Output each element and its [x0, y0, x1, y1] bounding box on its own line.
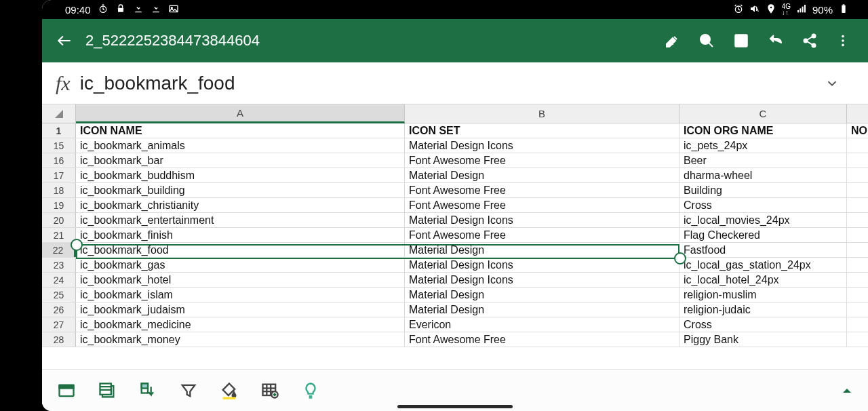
table-row[interactable]: 25ic_bookmark_islamMaterial Designreligi…	[42, 288, 868, 302]
cell[interactable]: Fastfood	[679, 243, 847, 257]
cell[interactable]: ic_bookmark_finish	[76, 228, 405, 242]
cell[interactable]: Font Awesome Free	[405, 332, 679, 347]
row-num[interactable]: 24	[42, 273, 76, 287]
cell[interactable]: Material Design	[405, 168, 679, 182]
table-row[interactable]: 24ic_bookmark_hotelMaterial Design Icons…	[42, 273, 868, 288]
header-cell[interactable]: ICON NAME	[76, 123, 405, 138]
cell[interactable]: ic_bookmark_building	[76, 183, 405, 197]
cell[interactable]: dharma-wheel	[679, 168, 847, 182]
cell[interactable]: ic_bookmark_money	[76, 332, 405, 347]
cell[interactable]: ic_local_hotel_24px	[679, 273, 847, 287]
card-view-button[interactable]	[98, 381, 117, 400]
cell[interactable]: Material Design Icons	[405, 213, 679, 227]
expand-formula-button[interactable]	[825, 76, 860, 91]
row-num[interactable]: 1	[42, 123, 76, 138]
cell[interactable]	[847, 198, 868, 212]
table-row[interactable]: 17ic_bookmark_buddhismMaterial Designdha…	[42, 168, 868, 183]
fill-color-button[interactable]	[220, 381, 239, 400]
row-num[interactable]: 27	[42, 317, 76, 332]
cell[interactable]: Material Design	[405, 302, 679, 317]
cell[interactable]: ic_bookmark_judaism	[76, 302, 405, 317]
fx-label[interactable]: fx	[50, 72, 80, 95]
cell[interactable]: Material Design Icons	[405, 138, 679, 153]
cell[interactable]: ic_bookmark_hotel	[76, 273, 405, 287]
cell[interactable]: ic_bookmark_medicine	[76, 317, 405, 332]
row-num[interactable]: 25	[42, 288, 76, 302]
col-header-c[interactable]: C	[679, 104, 847, 123]
spreadsheet-grid[interactable]: A B C 1 ICON NAME ICON SET ICON ORG NAME…	[42, 104, 868, 369]
cell[interactable]: ic_bookmark_entertainment	[76, 213, 405, 227]
document-title[interactable]: 2_5222252384473844604	[85, 32, 652, 50]
cell[interactable]: Flag Checkered	[679, 228, 847, 242]
cell[interactable]	[847, 258, 868, 272]
table-row[interactable]: 23ic_bookmark_gasMaterial Design Iconsic…	[42, 258, 868, 273]
table-row[interactable]: 22ic_bookmark_foodMaterial DesignFastfoo…	[42, 243, 868, 258]
col-header-a[interactable]: A	[76, 104, 405, 123]
cell[interactable]	[847, 332, 868, 347]
row-num[interactable]: 23	[42, 258, 76, 272]
cell[interactable]: Material Design	[405, 243, 679, 257]
insert-table-button[interactable]	[260, 381, 279, 400]
cell[interactable]: ic_local_gas_station_24px	[679, 258, 847, 272]
table-row[interactable]: 18ic_bookmark_buildingFont Awesome FreeB…	[42, 183, 868, 198]
cell[interactable]: Font Awesome Free	[405, 183, 679, 197]
cell[interactable]: ic_bookmark_christianity	[76, 198, 405, 212]
cell[interactable]: Material Design Icons	[405, 258, 679, 272]
select-all-corner[interactable]	[42, 104, 76, 123]
home-indicator[interactable]	[397, 405, 513, 408]
formula-value[interactable]: ic_bookmark_food	[80, 73, 825, 94]
cell[interactable]	[847, 288, 868, 302]
sort-button[interactable]	[138, 381, 157, 400]
cell[interactable]: Cross	[679, 198, 847, 212]
table-row[interactable]: 19ic_bookmark_christianityFont Awesome F…	[42, 198, 868, 213]
row-num[interactable]: 28	[42, 332, 76, 347]
cell[interactable]	[847, 213, 868, 227]
collapse-toolbar-button[interactable]	[841, 385, 853, 397]
undo-button[interactable]	[768, 33, 784, 49]
cell[interactable]: religion-judaic	[679, 302, 847, 317]
share-button[interactable]	[802, 33, 818, 49]
col-header-b[interactable]: B	[405, 104, 679, 123]
cell[interactable]	[847, 317, 868, 332]
header-cell[interactable]: ICON SET	[405, 123, 679, 138]
cell[interactable]: ic_bookmark_gas	[76, 258, 405, 272]
cell[interactable]: ic_local_movies_24px	[679, 213, 847, 227]
back-button[interactable]	[56, 32, 73, 50]
row-num[interactable]: 19	[42, 198, 76, 212]
cell[interactable]	[847, 228, 868, 242]
selection-handle-top-left[interactable]	[71, 239, 83, 251]
cell[interactable]: Evericon	[405, 317, 679, 332]
cell[interactable]	[847, 243, 868, 257]
row-num[interactable]: 16	[42, 153, 76, 168]
cell[interactable]	[847, 183, 868, 197]
ideas-button[interactable]	[301, 381, 320, 400]
table-header-row[interactable]: 1 ICON NAME ICON SET ICON ORG NAME NO	[42, 123, 868, 138]
cell[interactable]: ic_pets_24px	[679, 138, 847, 153]
cell[interactable]: Piggy Bank	[679, 332, 847, 347]
cell[interactable]: religion-muslim	[679, 288, 847, 302]
cell[interactable]: Building	[679, 183, 847, 197]
sheet-view-button[interactable]	[57, 381, 76, 400]
selection-handle-bottom-right[interactable]	[674, 252, 686, 265]
more-button[interactable]	[835, 33, 850, 48]
table-row[interactable]: 15ic_bookmark_animalsMaterial Design Ico…	[42, 138, 868, 153]
table-row[interactable]: 16ic_bookmark_barFont Awesome FreeBeer	[42, 153, 868, 168]
cell[interactable]: ic_bookmark_animals	[76, 138, 405, 153]
cell[interactable]: Material Design	[405, 288, 679, 302]
table-row[interactable]: 28ic_bookmark_moneyFont Awesome FreePigg…	[42, 332, 868, 347]
cell[interactable]	[847, 153, 868, 168]
cell[interactable]: ic_bookmark_buddhism	[76, 168, 405, 182]
table-row[interactable]: 21ic_bookmark_finishFont Awesome FreeFla…	[42, 228, 868, 243]
header-cell[interactable]: NO	[847, 123, 868, 138]
table-row[interactable]: 27ic_bookmark_medicineEvericonCross	[42, 317, 868, 332]
cell[interactable]: ic_bookmark_bar	[76, 153, 405, 168]
filter-button[interactable]	[179, 381, 198, 400]
cell[interactable]	[847, 302, 868, 317]
row-num[interactable]: 17	[42, 168, 76, 182]
cell[interactable]: Cross	[679, 317, 847, 332]
row-num[interactable]: 26	[42, 302, 76, 317]
save-button[interactable]	[732, 32, 750, 50]
search-button[interactable]	[698, 33, 715, 49]
table-row[interactable]: 20ic_bookmark_entertainmentMaterial Desi…	[42, 213, 868, 228]
cell[interactable]: Font Awesome Free	[405, 198, 679, 212]
